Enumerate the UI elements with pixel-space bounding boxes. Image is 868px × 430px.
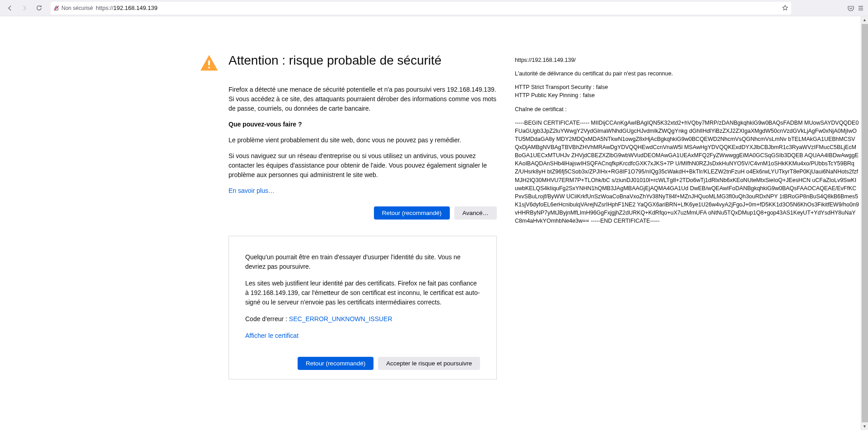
advanced-button[interactable]: Avancé… — [454, 206, 497, 220]
advanced-panel: Quelqu'un pourrait être en train d'essay… — [229, 236, 497, 379]
advanced-p2: Les sites web justifient leur identité p… — [245, 279, 480, 307]
url-text: https://192.168.149.139 — [96, 5, 779, 11]
cert-hsts: HTTP Strict Transport Security : false — [515, 84, 608, 90]
scroll-thumb[interactable] — [862, 24, 868, 422]
advanced-p1: Quelqu'un pourrait être en train d'essay… — [245, 252, 480, 271]
what-heading: Que pouvez-vous faire ? — [229, 121, 302, 128]
cert-issuer-line: L'autorité de délivrance du certificat d… — [515, 70, 859, 78]
cert-pem: -----BEGIN CERTIFICATE----- MIIDijCCAnKg… — [515, 119, 859, 225]
error-title: Attention : risque probable de sécurité — [229, 52, 442, 68]
svg-point-5 — [208, 67, 210, 69]
svg-rect-6 — [208, 60, 210, 65]
lock-warning-icon — [53, 5, 60, 11]
content-area: Attention : risque probable de sécurité … — [0, 16, 868, 430]
url-bar[interactable]: Non sécurisé https://192.168.149.139 — [51, 2, 791, 14]
view-certificate-link[interactable]: Afficher le certificat — [245, 332, 299, 339]
scroll-down-arrow[interactable]: ▼ — [863, 423, 867, 430]
cert-url: https://192.168.149.139/ — [515, 56, 859, 64]
bookmark-star-icon[interactable] — [782, 5, 789, 11]
security-indicator[interactable]: Non sécurisé — [53, 5, 93, 11]
what-p1: Le problème vient probablement du site w… — [229, 136, 497, 145]
what-p2: Si vous naviguez sur un réseau d'entrepr… — [229, 151, 497, 180]
cert-hpkp: HTTP Public Key Pinning : false — [515, 92, 595, 98]
error-intro: Firefox a détecté une menace de sécurité… — [229, 85, 497, 113]
reload-button[interactable] — [33, 2, 45, 14]
accept-risk-button[interactable]: Accepter le risque et poursuivre — [378, 357, 480, 370]
vertical-scrollbar[interactable]: ▲ ▼ — [861, 16, 868, 430]
cert-chain-label: Chaîne de certificat : — [515, 105, 859, 113]
menu-icon[interactable] — [857, 5, 864, 12]
go-back-button-2[interactable]: Retour (recommandé) — [298, 357, 373, 370]
error-code-label: Code d'erreur : — [245, 315, 289, 322]
security-label: Non sécurisé — [61, 5, 93, 11]
back-button[interactable] — [4, 2, 16, 14]
pocket-icon[interactable] — [847, 5, 854, 12]
forward-button[interactable] — [18, 2, 31, 14]
go-back-button[interactable]: Retour (recommandé) — [374, 206, 450, 220]
certificate-details: https://192.168.149.139/ L'autorité de d… — [515, 16, 868, 430]
error-code-link[interactable]: SEC_ERROR_UNKNOWN_ISSUER — [289, 315, 392, 322]
scroll-up-arrow[interactable]: ▲ — [863, 16, 867, 23]
warning-icon — [199, 53, 219, 74]
learn-more-link[interactable]: En savoir plus… — [229, 187, 275, 194]
browser-toolbar: Non sécurisé https://192.168.149.139 — [0, 0, 868, 16]
